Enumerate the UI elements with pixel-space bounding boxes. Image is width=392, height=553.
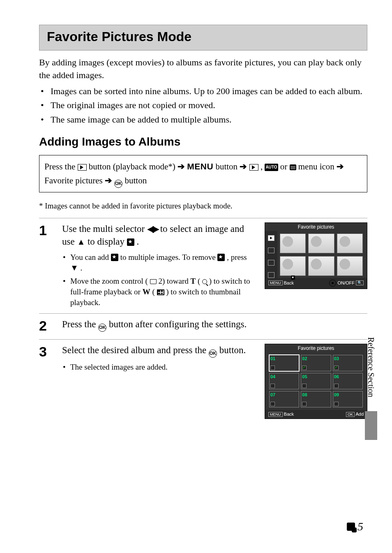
intro-bullet: The same image can be added to multiple … [48, 113, 367, 126]
page-title: Favorite Pictures Mode [47, 29, 360, 44]
nav-path-box: Press the button (playback mode*) ➔ MENU… [39, 155, 367, 192]
t: Press the [62, 319, 98, 329]
favorite-mark-icon: ★ [291, 275, 295, 280]
menu-label: MENU [187, 162, 213, 171]
sidebar-accent [365, 411, 377, 440]
t: ( [152, 287, 154, 296]
page: Favorite Pictures Mode By adding images … [0, 0, 392, 553]
album-cell: 01 [269, 355, 299, 371]
thumbnail [308, 256, 334, 276]
arrow-icon: ➔ [178, 162, 185, 171]
step-title: Press the OK button after configuring th… [62, 318, 367, 332]
album-check-icon [270, 384, 275, 388]
lcd-side-icons: ▶ [265, 231, 277, 278]
step-sublist: The selected images are added. [62, 362, 256, 373]
lcd-ok-hint: OK Add [346, 412, 364, 416]
title-band: Favorite Pictures Mode [39, 25, 367, 51]
album-cell: 06 [333, 373, 363, 389]
thumbnail [337, 234, 363, 253]
playback-icon [78, 164, 87, 171]
t: button. [219, 345, 246, 355]
intro-bullet: Images can be sorted into nine albums. U… [48, 85, 367, 98]
manual-ref-icon [150, 279, 157, 284]
step-text: Use the multi selector [62, 224, 147, 234]
thumbnail-grid: ★ [277, 231, 367, 278]
album-number: 02 [302, 356, 307, 361]
lcd-back-hint: MENU Back [268, 412, 294, 416]
album-number: 07 [270, 392, 275, 397]
page-number-area: 5 [347, 520, 363, 533]
nav-text: button [125, 176, 147, 185]
side-icon [268, 260, 274, 266]
step-number: 3 [39, 344, 54, 359]
ok-icon: OK [98, 324, 106, 332]
album-check-icon [334, 366, 339, 370]
favorite-star-icon [217, 254, 225, 261]
album-check-icon [270, 366, 275, 370]
thumbnail-icon [157, 289, 164, 295]
album-cell: 07 [269, 391, 299, 407]
step-title: Select the desired album and press the O… [62, 344, 256, 358]
album-check-icon [302, 366, 307, 370]
lcd-title: Favorite pictures [265, 223, 367, 231]
arrow-icon: ➔ [240, 162, 247, 171]
lcd-footer: MENUBack ON/OFF 🔍 [265, 278, 367, 289]
t: You can add [70, 253, 111, 261]
step-title: Use the multi selector ◀▶ to select an i… [62, 222, 256, 248]
left-right-icon: ◀▶ [147, 224, 158, 234]
thumbnail [337, 256, 363, 276]
down-icon: ▼ [70, 263, 78, 272]
step-sub-item: Move the zoom control ( 2) toward T ( ) … [69, 276, 256, 308]
thumbnail: ★ [280, 256, 306, 276]
step-text: to display [88, 236, 127, 247]
t: ON/OFF [337, 280, 355, 285]
nav-text: , [261, 162, 265, 171]
album-cell: 02 [301, 355, 331, 371]
page-number: 5 [357, 520, 363, 533]
lcd-onoff-hint: ON/OFF 🔍 [329, 280, 364, 287]
album-cell: 05 [301, 373, 331, 389]
step-number: 2 [39, 318, 54, 333]
t: 2) toward [158, 277, 190, 285]
album-check-icon [302, 384, 307, 388]
menu-pill-icon: MENU [268, 280, 283, 285]
step-sub-item: The selected images are added. [69, 362, 256, 373]
album-cell: 09 [333, 391, 363, 407]
album-number: 08 [302, 392, 307, 397]
step-3: 3 Select the desired album and press the… [39, 339, 367, 419]
arrow-icon: ➔ [337, 162, 344, 171]
thumbnail [280, 234, 306, 253]
t: , press [227, 253, 247, 261]
intro-bullet: The original images are not copied or mo… [48, 99, 367, 112]
step-2: 2 Press the OK button after configuring … [39, 313, 367, 336]
play-mode-icon: ▶ [268, 235, 274, 241]
step-number: 1 [39, 222, 54, 237]
step-1: 1 Use the multi selector ◀▶ to select an… [39, 218, 367, 310]
favorite-star-icon [111, 254, 118, 261]
nav-text: button [215, 162, 240, 171]
album-number: 06 [334, 374, 339, 379]
intro-text: By adding images (except movies) to albu… [39, 56, 367, 82]
nav-text: Favorite pictures [44, 176, 105, 185]
step-sublist: You can add to multiple images. To remov… [62, 252, 256, 308]
selector-icon [329, 280, 336, 287]
album-cell: 03 [333, 355, 363, 371]
side-icon [268, 272, 274, 278]
zoom-pill-icon: 🔍 [356, 280, 364, 285]
auto-icon: AUTO [265, 164, 278, 171]
ok-icon: OK [114, 180, 122, 188]
album-number: 04 [270, 374, 275, 379]
side-icon [268, 248, 274, 253]
t: ( [198, 277, 200, 285]
lcd-footer: MENU Back OK Add [265, 410, 367, 419]
nav-text: Press the [44, 162, 78, 171]
intro-bullet-list: Images can be sorted into nine albums. U… [39, 85, 367, 126]
footnote: * Images cannot be added in favorite pic… [39, 201, 367, 211]
t: Back [284, 280, 294, 285]
album-check-icon [334, 402, 339, 406]
album-grid: 01 02 03 04 05 06 07 08 09 [265, 352, 367, 410]
ok-icon: OK [209, 349, 217, 358]
menu-pill-icon: MENU [268, 412, 283, 417]
up-icon: ▲ [77, 237, 85, 246]
reference-mark-icon [347, 523, 355, 531]
